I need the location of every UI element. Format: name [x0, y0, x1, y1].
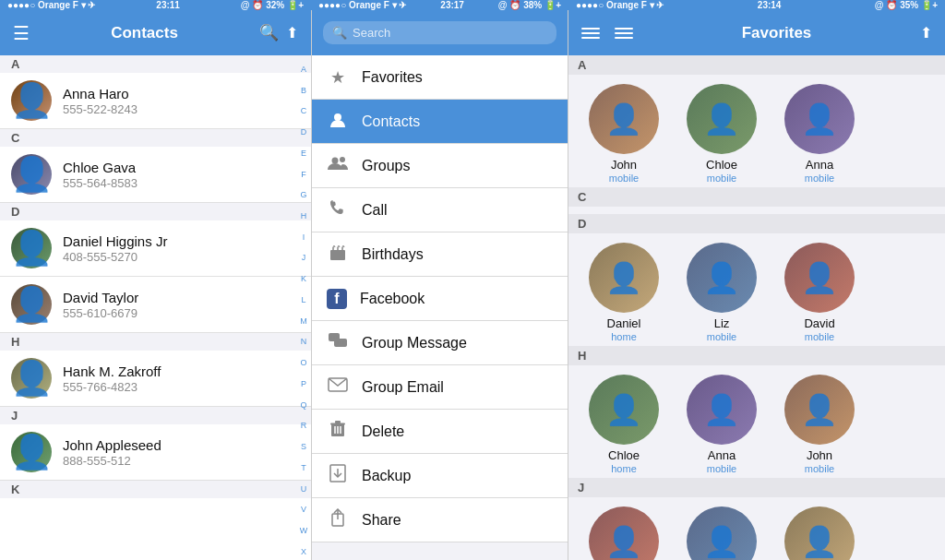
fav-section-a: A: [568, 55, 945, 75]
menu-item-call[interactable]: Call: [312, 188, 568, 232]
menu-item-facebook[interactable]: f Facebook: [312, 277, 568, 321]
fav-name-daniel: Daniel: [607, 316, 641, 330]
alpha-h[interactable]: H: [298, 212, 309, 220]
section-h: H: [0, 333, 311, 351]
alpha-w[interactable]: W: [298, 527, 309, 535]
alpha-c[interactable]: C: [298, 107, 309, 115]
alpha-t[interactable]: T: [298, 464, 309, 472]
contact-anna[interactable]: 👤 Anna Haro 555-522-8243: [0, 73, 311, 129]
fav-liz-j[interactable]: 👤 Liz mobile: [773, 506, 866, 560]
menu-item-birthdays[interactable]: Birthdays: [312, 232, 568, 277]
search-input-wrap[interactable]: 🔍 Search: [323, 21, 556, 44]
avatar-david: 👤: [11, 284, 52, 325]
alpha-o[interactable]: O: [298, 359, 309, 367]
alpha-e[interactable]: E: [298, 149, 309, 158]
menu-item-favorites[interactable]: ★ Favorites: [312, 55, 568, 100]
contact-hank[interactable]: 👤 Hank M. Zakroff 555-766-4823: [0, 351, 311, 407]
alpha-i[interactable]: I: [298, 233, 309, 242]
fav-daniel[interactable]: 👤 Daniel home: [578, 243, 670, 342]
alpha-d[interactable]: D: [298, 128, 309, 137]
menu-item-contacts[interactable]: Contacts: [312, 100, 568, 144]
fav-row-j: 👤 David mobile 👤 Kate mobile 👤 Liz mobil…: [568, 497, 945, 560]
group-email-icon: [327, 377, 349, 397]
fav-chloe-h[interactable]: 👤 Chloe home: [578, 375, 670, 474]
menu-item-backup[interactable]: Backup: [312, 454, 568, 498]
alpha-x[interactable]: X: [298, 548, 309, 556]
menu-label-share: Share: [362, 512, 401, 529]
contact-phone: 408-555-5270: [63, 250, 300, 264]
alpha-v[interactable]: V: [298, 506, 309, 514]
favorites-share-icon[interactable]: ⬆: [920, 24, 932, 42]
backup-icon: [327, 464, 349, 487]
alpha-n[interactable]: N: [298, 338, 309, 346]
fav-avatar-daniel: 👤: [589, 243, 659, 313]
alpha-b[interactable]: B: [298, 87, 309, 95]
fav-name-john: John: [611, 158, 637, 172]
right-hamburger-icon[interactable]: [615, 28, 633, 39]
fav-avatar-john: 👤: [589, 84, 659, 154]
alpha-l[interactable]: L: [298, 296, 309, 304]
contact-chloe[interactable]: 👤 Chloe Gava 555-564-8583: [0, 147, 311, 203]
fav-anna-a[interactable]: 👤 Anna mobile: [773, 84, 866, 184]
left-hamburger-icon[interactable]: [581, 28, 600, 39]
alpha-a[interactable]: A: [298, 66, 309, 74]
fav-section-c: C: [568, 187, 945, 207]
alpha-p[interactable]: P: [298, 380, 309, 388]
search-placeholder: Search: [353, 26, 390, 40]
fav-type-liz-d: mobile: [707, 331, 736, 342]
favorites-title: Favorites: [633, 24, 920, 42]
contact-david[interactable]: 👤 David Taylor 555-610-6679: [0, 277, 311, 333]
svg-point-1: [332, 158, 339, 164]
menu-item-share[interactable]: Share: [312, 498, 568, 542]
alpha-q[interactable]: Q: [298, 401, 309, 410]
alpha-r[interactable]: R: [298, 422, 309, 430]
menu-label-birthdays: Birthdays: [362, 246, 424, 263]
fav-john-h[interactable]: 👤 John mobile: [773, 375, 866, 474]
menu-item-groups[interactable]: Groups: [312, 144, 568, 188]
fav-avatar-david-d: 👤: [784, 243, 855, 313]
alpha-f[interactable]: F: [298, 171, 309, 179]
svg-point-0: [334, 113, 341, 121]
contact-john[interactable]: 👤 John Appleseed 888-555-512: [0, 424, 311, 481]
star-icon: ★: [327, 67, 349, 88]
fav-david-d[interactable]: 👤 David mobile: [773, 243, 866, 342]
contact-daniel[interactable]: 👤 Daniel Higgins Jr 408-555-5270: [0, 220, 311, 277]
alpha-j[interactable]: J: [298, 254, 309, 262]
menu-item-delete[interactable]: Delete: [312, 410, 568, 454]
hamburger-icon[interactable]: ☰: [13, 22, 30, 44]
fav-david-j[interactable]: 👤 David mobile: [578, 506, 670, 560]
fav-liz-d[interactable]: 👤 Liz mobile: [676, 243, 768, 342]
share-icon[interactable]: ⬆: [286, 24, 298, 42]
menu-label-group-message: Group Message: [362, 335, 467, 351]
fav-name-anna-h: Anna: [708, 448, 736, 462]
menu-item-group-email[interactable]: Group Email: [312, 365, 568, 410]
section-k: K: [0, 481, 311, 498]
alpha-u[interactable]: U: [298, 485, 309, 494]
fav-name-chloe-a: Chloe: [706, 158, 737, 172]
svg-point-2: [340, 157, 345, 162]
fav-type-john-h: mobile: [805, 463, 834, 474]
alpha-g[interactable]: G: [298, 191, 309, 199]
fav-anna-h[interactable]: 👤 Anna mobile: [676, 375, 768, 474]
fav-avatar-liz-j: 👤: [784, 506, 855, 560]
contact-name: Hank M. Zakroff: [63, 363, 300, 379]
fav-name-anna-a: Anna: [806, 158, 833, 172]
contact-phone: 555-610-6679: [63, 306, 300, 320]
group-message-icon: [327, 332, 349, 353]
fav-type-anna-h: mobile: [707, 463, 736, 474]
search-icon[interactable]: 🔍: [259, 23, 279, 42]
fav-row-a: 👤 John mobile 👤 Chloe mobile 👤 Anna mobi…: [568, 75, 945, 187]
fav-name-john-h: John: [807, 448, 832, 462]
fav-chloe-a[interactable]: 👤 Chloe mobile: [676, 84, 768, 184]
alpha-s[interactable]: S: [298, 443, 309, 451]
contacts-panel: ☰ Contacts 🔍 ⬆ A 👤 Anna Haro 555-522-824…: [0, 10, 311, 560]
groups-icon: [327, 155, 349, 176]
menu-item-group-message[interactable]: Group Message: [312, 321, 568, 365]
contact-phone: 555-564-8583: [63, 176, 300, 190]
contact-name: Daniel Higgins Jr: [63, 233, 300, 249]
fav-kate[interactable]: 👤 Kate mobile: [676, 506, 768, 560]
fav-name-david-d: David: [804, 316, 834, 330]
fav-john[interactable]: 👤 John mobile: [578, 84, 670, 184]
alpha-k[interactable]: K: [298, 275, 309, 283]
alpha-m[interactable]: M: [298, 317, 309, 326]
